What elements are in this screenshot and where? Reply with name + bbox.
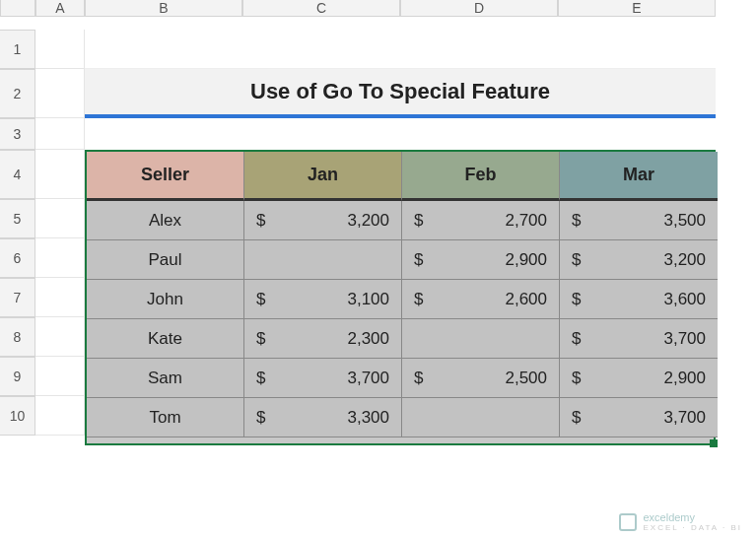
currency-symbol: $ — [572, 211, 581, 231]
currency-symbol: $ — [572, 408, 581, 428]
cell-A1[interactable] — [35, 30, 85, 69]
cell-A10[interactable] — [35, 396, 85, 436]
col-header-E[interactable]: E — [558, 0, 716, 17]
currency-value: 2,500 — [505, 369, 547, 388]
exceldemy-logo-icon — [619, 513, 637, 531]
currency-value: 2,700 — [505, 211, 547, 231]
page-title: Use of Go To Special Feature — [85, 69, 716, 118]
col-header-C[interactable]: C — [242, 0, 400, 17]
currency-symbol: $ — [414, 250, 423, 270]
cell-A6[interactable] — [35, 238, 85, 278]
table-row-seller[interactable]: Sam — [87, 359, 244, 398]
watermark-brand: exceldemy — [643, 511, 695, 523]
select-all-corner[interactable] — [0, 0, 35, 17]
currency-symbol: $ — [414, 290, 423, 309]
currency-value: 3,600 — [663, 290, 706, 309]
table-cell-feb[interactable]: $2,700 — [402, 201, 560, 240]
row-header-9[interactable]: 9 — [0, 357, 35, 396]
selected-range[interactable]: Seller Jan Feb Mar Alex$3,200$2,700$3,50… — [85, 150, 716, 445]
col-header-B[interactable]: B — [85, 0, 242, 17]
currency-symbol: $ — [256, 369, 265, 388]
table-cell-jan[interactable]: $3,700 — [244, 359, 402, 398]
row-header-7[interactable]: 7 — [0, 278, 35, 317]
cell-A5[interactable] — [35, 199, 85, 238]
table-row-seller[interactable]: Alex — [87, 201, 244, 240]
cell-B3-E3[interactable] — [85, 118, 716, 150]
currency-symbol: $ — [572, 290, 581, 309]
watermark-tag: EXCEL · DATA · BI — [643, 523, 742, 532]
table-cell-mar[interactable]: $3,700 — [560, 398, 718, 437]
col-header-D[interactable]: D — [400, 0, 558, 17]
watermark: exceldemy EXCEL · DATA · BI — [619, 511, 742, 532]
cell-A2[interactable] — [35, 69, 85, 118]
table-cell-feb[interactable]: $2,900 — [402, 240, 560, 280]
currency-value: 3,200 — [663, 250, 706, 270]
currency-value: 3,200 — [347, 211, 389, 231]
currency-symbol: $ — [414, 211, 423, 231]
currency-symbol: $ — [256, 290, 265, 309]
currency-value: 3,100 — [347, 290, 389, 309]
table-cell-mar[interactable]: $3,500 — [560, 201, 718, 240]
row-header-1[interactable]: 1 — [0, 30, 35, 69]
row-header-4[interactable]: 4 — [0, 150, 35, 199]
currency-symbol: $ — [256, 211, 265, 231]
currency-value: 3,300 — [347, 408, 389, 428]
currency-symbol: $ — [572, 329, 581, 349]
currency-value: 2,600 — [505, 290, 547, 309]
cell-B1-E1[interactable] — [85, 30, 716, 69]
currency-symbol: $ — [256, 408, 265, 428]
currency-value: 3,700 — [347, 369, 389, 388]
table-row-seller[interactable]: Kate — [87, 319, 244, 359]
table-row-seller[interactable]: Tom — [87, 398, 244, 437]
table-cell-feb[interactable]: $2,500 — [402, 359, 560, 398]
header-feb[interactable]: Feb — [402, 152, 560, 201]
currency-symbol: $ — [572, 369, 581, 388]
selection-handle[interactable] — [710, 439, 718, 447]
row-header-10[interactable]: 10 — [0, 396, 35, 436]
currency-value: 3,700 — [663, 408, 706, 428]
currency-symbol: $ — [414, 369, 423, 388]
row-header-3[interactable]: 3 — [0, 118, 35, 150]
table-cell-jan[interactable]: $2,300 — [244, 319, 402, 359]
currency-symbol: $ — [256, 329, 265, 349]
cell-A9[interactable] — [35, 357, 85, 396]
table-cell-feb[interactable]: $2,600 — [402, 280, 560, 319]
cell-A7[interactable] — [35, 278, 85, 317]
table-cell-mar[interactable]: $3,600 — [560, 280, 718, 319]
cell-A8[interactable] — [35, 317, 85, 357]
table-cell-jan[interactable]: $3,200 — [244, 201, 402, 240]
row-header-2[interactable]: 2 — [0, 69, 35, 118]
currency-symbol: $ — [572, 250, 581, 270]
currency-value: 3,700 — [663, 329, 706, 349]
currency-value: 2,300 — [347, 329, 389, 349]
cell-A4[interactable] — [35, 150, 85, 199]
currency-value: 3,500 — [663, 211, 706, 231]
col-header-A[interactable]: A — [35, 0, 85, 17]
row-header-6[interactable]: 6 — [0, 238, 35, 278]
row-header-8[interactable]: 8 — [0, 317, 35, 357]
table-cell-mar[interactable]: $2,900 — [560, 359, 718, 398]
currency-value: 2,900 — [663, 369, 706, 388]
table-cell-mar[interactable]: $3,700 — [560, 319, 718, 359]
table-cell-feb[interactable] — [402, 398, 560, 437]
table-cell-jan[interactable]: $3,100 — [244, 280, 402, 319]
table-cell-feb[interactable] — [402, 319, 560, 359]
header-mar[interactable]: Mar — [560, 152, 718, 201]
cell-A3[interactable] — [35, 118, 85, 150]
table-cell-jan[interactable] — [244, 240, 402, 280]
table-row-seller[interactable]: Paul — [87, 240, 244, 280]
table-cell-mar[interactable]: $3,200 — [560, 240, 718, 280]
row-header-5[interactable]: 5 — [0, 199, 35, 238]
table-cell-jan[interactable]: $3,300 — [244, 398, 402, 437]
header-seller[interactable]: Seller — [87, 152, 244, 201]
currency-value: 2,900 — [505, 250, 547, 270]
table-row-seller[interactable]: John — [87, 280, 244, 319]
header-jan[interactable]: Jan — [244, 152, 402, 201]
